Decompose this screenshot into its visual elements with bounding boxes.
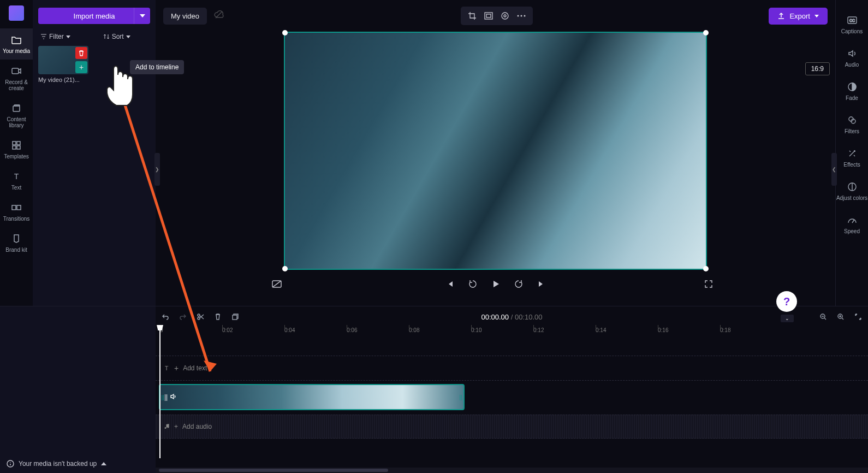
pause-icon: || — [164, 393, 168, 401]
audio-icon — [846, 48, 858, 60]
subtitle-toggle-button[interactable] — [270, 277, 283, 291]
clip-trim-right[interactable]: || — [458, 385, 463, 409]
svg-rect-13 — [485, 13, 492, 19]
nav-record-create[interactable]: Record & create — [0, 60, 33, 97]
resize-handle[interactable] — [703, 30, 709, 36]
prop-audio[interactable]: Audio — [836, 41, 868, 74]
aspect-ratio-button[interactable]: 16:9 — [805, 62, 830, 75]
undo-icon — [162, 313, 169, 321]
undo-button[interactable] — [160, 311, 171, 322]
nav-text[interactable]: T Text — [0, 165, 33, 196]
filter-button[interactable]: Filter — [40, 33, 70, 40]
import-dropdown-button[interactable] — [134, 8, 150, 24]
backup-text: Your media isn't backed up — [19, 460, 97, 468]
media-thumbnail[interactable]: + — [38, 46, 88, 74]
backup-status[interactable]: Your media isn't backed up — [0, 454, 156, 473]
chevron-down-icon — [140, 14, 145, 17]
audio-track[interactable]: + Add audio — [156, 415, 868, 439]
text-track[interactable]: T + Add text — [156, 356, 868, 381]
next-frame-button[interactable] — [535, 277, 548, 291]
scrollbar-thumb[interactable] — [159, 469, 388, 472]
cursor-hand-icon — [103, 63, 141, 112]
timeline-scrollbar[interactable] — [156, 468, 868, 473]
split-button[interactable] — [195, 311, 206, 322]
plus-icon: + — [174, 423, 178, 430]
fit-button[interactable] — [483, 10, 495, 22]
preview-area: 16:9 ? ⌄ — [156, 32, 835, 306]
nav-templates[interactable]: Templates — [0, 134, 33, 165]
nav-your-media[interactable]: Your media — [0, 28, 33, 60]
prop-captions[interactable]: CC Captions — [836, 8, 868, 41]
media-item[interactable]: + My video (21)... — [38, 46, 88, 83]
media-item-label: My video (21)... — [38, 76, 88, 83]
pip-button[interactable] — [499, 10, 511, 22]
sort-button[interactable]: Sort — [103, 33, 130, 40]
zoom-in-button[interactable] — [835, 311, 846, 322]
svg-point-18 — [520, 15, 522, 17]
center-workspace: My video Export 16:9 — [156, 0, 835, 306]
folder-icon — [10, 34, 22, 46]
video-clip[interactable]: || || || — [159, 384, 465, 410]
scissors-icon — [197, 313, 204, 321]
prop-label: Fade — [846, 95, 858, 101]
add-to-timeline-button[interactable]: + — [75, 61, 87, 73]
nav-transitions[interactable]: Transitions — [0, 196, 33, 227]
track-label: Add text — [183, 364, 207, 372]
zoom-out-button[interactable] — [818, 311, 829, 322]
fullscreen-icon — [704, 280, 713, 288]
video-track[interactable]: || || || — [156, 384, 868, 411]
delete-button[interactable] — [212, 311, 223, 322]
top-bar: My video Export — [156, 0, 835, 32]
filter-icon — [40, 33, 47, 40]
fullscreen-button[interactable] — [702, 277, 715, 291]
cloud-sync-icon[interactable] — [213, 10, 224, 21]
forward-icon — [514, 279, 524, 289]
forward-button[interactable] — [512, 277, 525, 291]
playhead[interactable] — [159, 327, 160, 458]
video-canvas[interactable] — [284, 32, 707, 270]
timeline-ruler[interactable]: 0 0:02 0:04 0:06 0:08 0:10 0:12 0:14 0:1… — [156, 327, 868, 339]
resize-handle[interactable] — [282, 30, 288, 36]
export-button[interactable]: Export — [769, 8, 828, 25]
camera-icon — [10, 65, 22, 77]
nav-label: Content library — [0, 116, 33, 128]
prop-adjust-colors[interactable]: Adjust colors — [836, 174, 868, 208]
prop-effects[interactable]: Effects — [836, 141, 868, 174]
fade-icon — [846, 81, 858, 93]
chevron-up-icon — [101, 462, 106, 465]
crop-button[interactable] — [466, 10, 478, 22]
redo-button[interactable] — [177, 311, 188, 322]
svg-rect-3 — [13, 141, 16, 145]
timeline-section: Your media isn't backed up 00:00.00 / 00… — [0, 306, 868, 473]
import-media-button[interactable]: Import media — [38, 8, 150, 24]
play-button[interactable] — [489, 277, 502, 291]
filter-label: Filter — [49, 33, 64, 40]
more-button[interactable] — [515, 10, 527, 22]
duplicate-button[interactable] — [230, 311, 241, 322]
app-logo[interactable] — [9, 5, 24, 21]
delete-media-button[interactable] — [75, 47, 87, 59]
svg-point-16 — [504, 15, 506, 17]
chevron-down-icon — [815, 15, 819, 17]
prop-fade[interactable]: Fade — [836, 74, 868, 108]
prop-label: Audio — [845, 62, 859, 68]
rewind-button[interactable] — [466, 277, 479, 291]
prev-frame-button[interactable] — [443, 277, 456, 291]
nav-brand-kit[interactable]: Brand kit — [0, 227, 33, 258]
ruler-tick: 0:12 — [533, 327, 544, 333]
cc-off-icon — [271, 280, 282, 288]
plus-icon: + — [174, 364, 179, 373]
svg-rect-14 — [486, 14, 491, 17]
zoom-fit-button[interactable] — [853, 311, 864, 322]
dots-icon — [517, 15, 526, 17]
skip-next-icon — [538, 280, 545, 288]
svg-rect-5 — [13, 146, 16, 149]
project-title[interactable]: My video — [163, 8, 207, 25]
prop-speed[interactable]: Speed — [836, 208, 868, 241]
prop-filters[interactable]: Filters — [836, 108, 868, 141]
skip-prev-icon — [446, 280, 454, 288]
ruler-tick: 0:18 — [720, 327, 730, 333]
nav-content-library[interactable]: Content library — [0, 97, 33, 134]
ruler-tick: 0:08 — [409, 327, 419, 333]
expand-panel-button[interactable]: ❮ — [831, 153, 837, 186]
